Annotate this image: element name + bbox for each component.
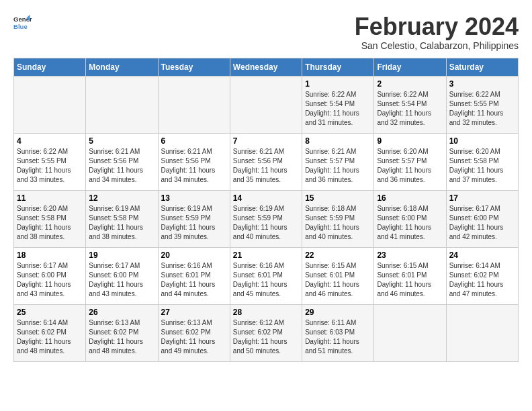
calendar-cell	[446, 304, 518, 361]
day-info: Sunrise: 6:11 AMSunset: 6:03 PMDaylight:…	[305, 318, 371, 356]
day-info: Sunrise: 6:13 AMSunset: 6:02 PMDaylight:…	[89, 318, 154, 356]
calendar-cell: 18 Sunrise: 6:17 AMSunset: 6:00 PMDaylig…	[14, 247, 86, 304]
day-info: Sunrise: 6:20 AMSunset: 5:58 PMDaylight:…	[449, 147, 515, 185]
weekday-header: Friday	[374, 58, 446, 76]
calendar-cell: 15 Sunrise: 6:18 AMSunset: 5:59 PMDaylig…	[302, 190, 374, 247]
day-info: Sunrise: 6:15 AMSunset: 6:01 PMDaylight:…	[305, 261, 371, 299]
day-info: Sunrise: 6:18 AMSunset: 6:00 PMDaylight:…	[377, 204, 443, 242]
calendar-cell: 14 Sunrise: 6:19 AMSunset: 5:59 PMDaylig…	[230, 190, 302, 247]
logo: General Blue	[13, 13, 32, 32]
weekday-header: Monday	[86, 58, 158, 76]
day-number: 6	[161, 136, 227, 146]
day-number: 25	[17, 308, 83, 317]
day-info: Sunrise: 6:21 AMSunset: 5:56 PMDaylight:…	[161, 147, 227, 185]
title-section: February 2024 San Celestio, Calabarzon, …	[355, 13, 519, 51]
calendar-cell: 4 Sunrise: 6:22 AMSunset: 5:55 PMDayligh…	[14, 133, 86, 190]
day-info: Sunrise: 6:17 AMSunset: 6:00 PMDaylight:…	[17, 261, 83, 299]
calendar-cell	[158, 76, 230, 133]
calendar-cell	[14, 76, 86, 133]
calendar-cell: 12 Sunrise: 6:19 AMSunset: 5:58 PMDaylig…	[86, 190, 158, 247]
calendar-cell: 7 Sunrise: 6:21 AMSunset: 5:56 PMDayligh…	[230, 133, 302, 190]
weekday-header: Thursday	[302, 58, 374, 76]
day-number: 21	[233, 250, 299, 260]
calendar-cell: 8 Sunrise: 6:21 AMSunset: 5:57 PMDayligh…	[302, 133, 374, 190]
day-number: 19	[89, 250, 154, 260]
calendar-week-row: 1 Sunrise: 6:22 AMSunset: 5:54 PMDayligh…	[14, 76, 519, 133]
weekday-header: Wednesday	[230, 58, 302, 76]
calendar-week-row: 4 Sunrise: 6:22 AMSunset: 5:55 PMDayligh…	[14, 133, 519, 190]
calendar-cell: 1 Sunrise: 6:22 AMSunset: 5:54 PMDayligh…	[302, 76, 374, 133]
day-number: 16	[377, 193, 443, 203]
day-info: Sunrise: 6:18 AMSunset: 5:59 PMDaylight:…	[305, 204, 371, 242]
day-info: Sunrise: 6:21 AMSunset: 5:57 PMDaylight:…	[305, 147, 371, 185]
calendar-week-row: 11 Sunrise: 6:20 AMSunset: 5:58 PMDaylig…	[14, 190, 519, 247]
calendar-cell: 20 Sunrise: 6:16 AMSunset: 6:01 PMDaylig…	[158, 247, 230, 304]
day-info: Sunrise: 6:14 AMSunset: 6:02 PMDaylight:…	[17, 318, 83, 356]
day-number: 9	[377, 136, 443, 146]
calendar-table: SundayMondayTuesdayWednesdayThursdayFrid…	[13, 58, 519, 362]
day-info: Sunrise: 6:21 AMSunset: 5:56 PMDaylight:…	[89, 147, 154, 185]
calendar-week-row: 25 Sunrise: 6:14 AMSunset: 6:02 PMDaylig…	[14, 304, 519, 361]
calendar-cell: 29 Sunrise: 6:11 AMSunset: 6:03 PMDaylig…	[302, 304, 374, 361]
day-number: 10	[449, 136, 515, 146]
day-number: 3	[449, 79, 515, 89]
day-info: Sunrise: 6:16 AMSunset: 6:01 PMDaylight:…	[161, 261, 227, 299]
calendar-cell: 6 Sunrise: 6:21 AMSunset: 5:56 PMDayligh…	[158, 133, 230, 190]
weekday-header: Saturday	[446, 58, 518, 76]
day-info: Sunrise: 6:20 AMSunset: 5:57 PMDaylight:…	[377, 147, 443, 185]
day-info: Sunrise: 6:21 AMSunset: 5:56 PMDaylight:…	[233, 147, 299, 185]
weekday-header: Tuesday	[158, 58, 230, 76]
day-info: Sunrise: 6:22 AMSunset: 5:55 PMDaylight:…	[449, 90, 515, 128]
page-header: General Blue February 2024 San Celestio,…	[13, 13, 519, 51]
day-info: Sunrise: 6:17 AMSunset: 6:00 PMDaylight:…	[449, 204, 515, 242]
day-info: Sunrise: 6:19 AMSunset: 5:58 PMDaylight:…	[89, 204, 154, 242]
day-number: 17	[449, 193, 515, 203]
day-info: Sunrise: 6:22 AMSunset: 5:55 PMDaylight:…	[17, 147, 83, 185]
day-info: Sunrise: 6:22 AMSunset: 5:54 PMDaylight:…	[305, 90, 371, 128]
calendar-cell: 3 Sunrise: 6:22 AMSunset: 5:55 PMDayligh…	[446, 76, 518, 133]
weekday-header-row: SundayMondayTuesdayWednesdayThursdayFrid…	[14, 58, 519, 76]
calendar-cell: 5 Sunrise: 6:21 AMSunset: 5:56 PMDayligh…	[86, 133, 158, 190]
calendar-cell: 28 Sunrise: 6:12 AMSunset: 6:02 PMDaylig…	[230, 304, 302, 361]
day-info: Sunrise: 6:14 AMSunset: 6:02 PMDaylight:…	[449, 261, 515, 299]
calendar-cell: 27 Sunrise: 6:13 AMSunset: 6:02 PMDaylig…	[158, 304, 230, 361]
calendar-cell: 16 Sunrise: 6:18 AMSunset: 6:00 PMDaylig…	[374, 190, 446, 247]
calendar-cell	[86, 76, 158, 133]
day-number: 5	[89, 136, 154, 146]
svg-text:Blue: Blue	[13, 23, 28, 30]
day-number: 1	[305, 79, 371, 89]
calendar-cell: 22 Sunrise: 6:15 AMSunset: 6:01 PMDaylig…	[302, 247, 374, 304]
subtitle: San Celestio, Calabarzon, Philippines	[355, 40, 519, 51]
day-number: 18	[17, 250, 83, 260]
calendar-cell: 26 Sunrise: 6:13 AMSunset: 6:02 PMDaylig…	[86, 304, 158, 361]
day-info: Sunrise: 6:16 AMSunset: 6:01 PMDaylight:…	[233, 261, 299, 299]
day-info: Sunrise: 6:13 AMSunset: 6:02 PMDaylight:…	[161, 318, 227, 356]
day-number: 7	[233, 136, 299, 146]
calendar-cell: 10 Sunrise: 6:20 AMSunset: 5:58 PMDaylig…	[446, 133, 518, 190]
calendar-week-row: 18 Sunrise: 6:17 AMSunset: 6:00 PMDaylig…	[14, 247, 519, 304]
day-info: Sunrise: 6:19 AMSunset: 5:59 PMDaylight:…	[233, 204, 299, 242]
day-number: 4	[17, 136, 83, 146]
day-info: Sunrise: 6:15 AMSunset: 6:01 PMDaylight:…	[377, 261, 443, 299]
calendar-cell: 2 Sunrise: 6:22 AMSunset: 5:54 PMDayligh…	[374, 76, 446, 133]
calendar-cell: 11 Sunrise: 6:20 AMSunset: 5:58 PMDaylig…	[14, 190, 86, 247]
day-number: 14	[233, 193, 299, 203]
day-number: 28	[233, 308, 299, 317]
day-number: 20	[161, 250, 227, 260]
calendar-cell: 13 Sunrise: 6:19 AMSunset: 5:59 PMDaylig…	[158, 190, 230, 247]
calendar-cell: 25 Sunrise: 6:14 AMSunset: 6:02 PMDaylig…	[14, 304, 86, 361]
logo-icon: General Blue	[13, 13, 32, 32]
calendar-cell	[230, 76, 302, 133]
day-number: 26	[89, 308, 154, 317]
calendar-cell: 9 Sunrise: 6:20 AMSunset: 5:57 PMDayligh…	[374, 133, 446, 190]
calendar-cell: 17 Sunrise: 6:17 AMSunset: 6:00 PMDaylig…	[446, 190, 518, 247]
day-number: 22	[305, 250, 371, 260]
calendar-cell: 21 Sunrise: 6:16 AMSunset: 6:01 PMDaylig…	[230, 247, 302, 304]
day-info: Sunrise: 6:19 AMSunset: 5:59 PMDaylight:…	[161, 204, 227, 242]
calendar-cell	[374, 304, 446, 361]
day-number: 15	[305, 193, 371, 203]
weekday-header: Sunday	[14, 58, 86, 76]
day-info: Sunrise: 6:12 AMSunset: 6:02 PMDaylight:…	[233, 318, 299, 356]
day-number: 2	[377, 79, 443, 89]
day-number: 12	[89, 193, 154, 203]
